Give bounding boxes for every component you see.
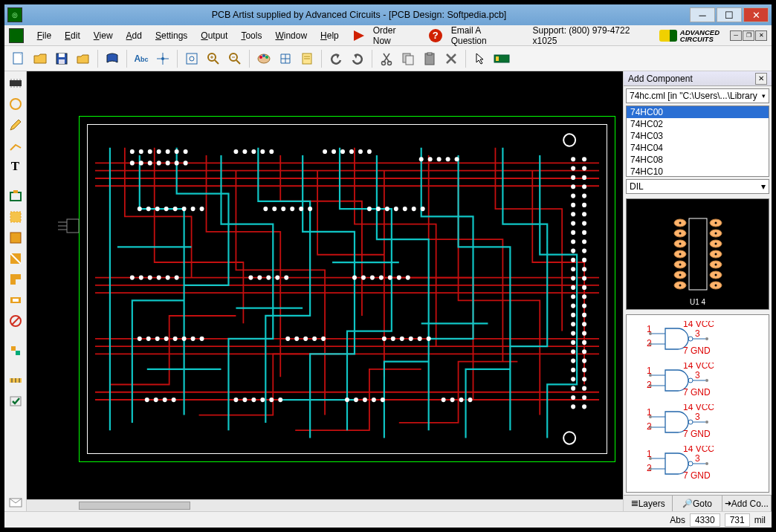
- board-tool-button[interactable]: [7, 229, 25, 247]
- svg-rect-26: [406, 56, 413, 65]
- menu-output[interactable]: Output: [195, 29, 233, 42]
- close-button[interactable]: ✕: [743, 7, 769, 22]
- line-tool-button[interactable]: [7, 137, 25, 155]
- select-button[interactable]: [471, 49, 490, 68]
- zoom-in-button[interactable]: [204, 49, 223, 68]
- svg-point-287: [705, 421, 708, 424]
- delete-button[interactable]: [442, 49, 461, 68]
- svg-point-98: [281, 207, 285, 211]
- library-button[interactable]: [103, 49, 122, 68]
- svg-rect-31: [10, 80, 22, 86]
- menu-settings[interactable]: Settings: [149, 29, 193, 42]
- pcb-canvas[interactable]: [27, 71, 623, 499]
- list-item[interactable]: 74HC02: [627, 118, 769, 130]
- svg-point-133: [191, 337, 195, 341]
- svg-rect-41: [10, 192, 21, 201]
- menu-file[interactable]: File: [31, 29, 57, 42]
- text-tool-button[interactable]: T: [7, 158, 25, 175]
- svg-point-19: [265, 56, 268, 59]
- question-icon: ?: [429, 29, 442, 42]
- order-arrow-icon: [354, 30, 364, 41]
- statusbar: Abs 4330 731 mil: [4, 511, 772, 528]
- panel-close-button[interactable]: ✕: [755, 73, 767, 85]
- notch-tool-button[interactable]: [7, 270, 25, 288]
- tab-addco[interactable]: ➜ Add Co...: [722, 496, 772, 511]
- zoom-extents-button[interactable]: [182, 49, 201, 68]
- undo-button[interactable]: [326, 49, 346, 68]
- forbid-tool-button[interactable]: [7, 312, 25, 330]
- list-item[interactable]: 74HC04: [627, 142, 769, 154]
- zoom-out-button[interactable]: [225, 49, 245, 68]
- shape-tool-button[interactable]: [7, 187, 25, 205]
- mail-button[interactable]: [7, 493, 25, 511]
- cut-tool-button[interactable]: [7, 250, 25, 267]
- open-button[interactable]: [30, 49, 50, 68]
- svg-point-165: [571, 157, 575, 161]
- menu-edit[interactable]: Edit: [59, 29, 86, 42]
- mdi-restore-button[interactable]: ❐: [743, 30, 754, 41]
- parts-list[interactable]: 74HC0074HC0274HC0374HC0474HC0874HC10: [626, 106, 769, 177]
- svg-point-110: [139, 275, 143, 279]
- ic-tool-button[interactable]: [7, 74, 25, 92]
- grid-button[interactable]: [276, 49, 295, 68]
- list-item[interactable]: 74HC08: [627, 154, 769, 166]
- svg-point-275: [705, 379, 708, 382]
- svg-point-126: [406, 275, 410, 279]
- dimension-tool-button[interactable]: [7, 372, 25, 389]
- pour-tool-button[interactable]: [7, 208, 25, 226]
- redo-button[interactable]: [348, 49, 367, 68]
- folder-button[interactable]: [74, 49, 93, 68]
- mdi-close-button[interactable]: ✕: [755, 30, 767, 41]
- maximize-button[interactable]: ☐: [717, 7, 742, 22]
- svg-point-127: [138, 337, 142, 341]
- svg-point-147: [154, 398, 158, 402]
- svg-point-95: [200, 207, 204, 211]
- colors-button[interactable]: [254, 49, 274, 68]
- minimize-button[interactable]: ─: [690, 7, 715, 22]
- save-button[interactable]: [52, 49, 71, 68]
- library-combo[interactable]: 74hc.cml [in "C:\Users\...\Library ▾: [626, 88, 769, 103]
- list-item[interactable]: 74HC10: [627, 166, 769, 177]
- menu-add[interactable]: Add: [120, 29, 148, 42]
- package-combo[interactable]: DIL ▾: [626, 179, 769, 194]
- svg-point-138: [312, 337, 317, 341]
- menu-window[interactable]: Window: [269, 29, 313, 42]
- menu-tools[interactable]: Tools: [235, 29, 268, 42]
- horizontal-scrollbar[interactable]: [27, 499, 623, 511]
- new-button[interactable]: [9, 49, 28, 68]
- slot-tool-button[interactable]: [7, 291, 25, 309]
- email-question-link[interactable]: Email A Question: [448, 24, 521, 48]
- notes-button[interactable]: [297, 49, 317, 68]
- svg-point-120: [352, 275, 357, 279]
- list-item[interactable]: 74HC03: [627, 130, 769, 142]
- text-style-button[interactable]: Abc: [132, 49, 151, 68]
- menu-view[interactable]: View: [88, 29, 119, 42]
- svg-point-204: [582, 258, 586, 262]
- svg-point-114: [175, 275, 179, 279]
- copy-button[interactable]: [398, 49, 418, 68]
- app-menu-icon[interactable]: [9, 28, 24, 43]
- check-tool-button[interactable]: [7, 392, 25, 410]
- paste-button[interactable]: [420, 49, 439, 68]
- order-now-link[interactable]: Order Now: [370, 24, 418, 48]
- grid-origin-button[interactable]: [153, 49, 172, 68]
- svg-rect-50: [11, 346, 16, 351]
- panel-title: Add Component ✕: [624, 71, 772, 86]
- via-tool-button[interactable]: [7, 342, 25, 360]
- list-item[interactable]: 74HC00: [627, 106, 769, 118]
- tab-goto[interactable]: 🔎 Goto: [673, 496, 722, 511]
- svg-point-263: [705, 337, 708, 340]
- svg-point-201: [582, 230, 586, 235]
- mdi-minimize-button[interactable]: ─: [730, 30, 742, 41]
- tab-layers[interactable]: 𝌆 Layers: [624, 496, 673, 511]
- svg-text:2: 2: [647, 463, 652, 473]
- circle-tool-button[interactable]: [7, 95, 25, 113]
- svg-text:7 GND: 7 GND: [683, 470, 711, 480]
- cut-button[interactable]: [377, 49, 396, 68]
- component-button[interactable]: [492, 49, 511, 68]
- svg-point-106: [403, 207, 407, 211]
- pencil-tool-button[interactable]: [7, 116, 25, 134]
- svg-point-124: [388, 275, 392, 279]
- menu-help[interactable]: Help: [314, 29, 345, 42]
- svg-point-58: [130, 149, 135, 154]
